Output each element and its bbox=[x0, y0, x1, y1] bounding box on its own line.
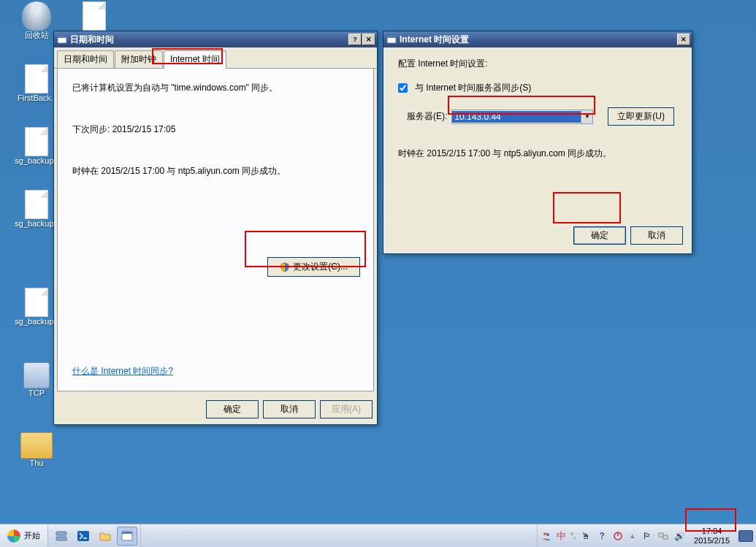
quick-launch bbox=[48, 524, 141, 547]
tray-volume-icon[interactable]: 🔊 bbox=[673, 530, 685, 542]
server-combobox[interactable]: 10.143.0.44 ▼ bbox=[451, 110, 593, 124]
update-now-button[interactable]: 立即更新(U) bbox=[608, 107, 674, 126]
apply-button[interactable]: 应用(A) bbox=[320, 400, 373, 418]
svg-rect-1 bbox=[58, 37, 66, 38]
tab-additional-clocks[interactable]: 附加时钟 bbox=[115, 50, 163, 68]
ime-punct[interactable]: °, bbox=[570, 532, 576, 540]
ql-server-manager[interactable] bbox=[51, 527, 72, 546]
file-icon bbox=[83, 1, 106, 31]
sync-status-text: 时钟在 2015/2/15 17:00 与 ntp5.aliyun.com 同步… bbox=[72, 165, 359, 177]
close-button[interactable]: ✕ bbox=[362, 34, 375, 45]
ql-explorer[interactable] bbox=[95, 527, 115, 546]
start-label: 开始 bbox=[24, 530, 40, 541]
window-title: 日期和时间 bbox=[70, 34, 348, 46]
svg-rect-5 bbox=[56, 537, 66, 540]
windows-logo-icon bbox=[7, 529, 20, 543]
dialog-button-row: 确定 取消 bbox=[383, 221, 692, 253]
file-icon bbox=[25, 127, 48, 156]
desktop-icon-folder[interactable]: Thu bbox=[10, 432, 63, 468]
close-button[interactable]: ✕ bbox=[677, 34, 690, 45]
ql-powershell[interactable] bbox=[73, 527, 93, 546]
internet-time-settings-window: Internet 时间设置 ✕ 配置 Internet 时间设置: 与 Inte… bbox=[383, 31, 692, 254]
clock-date: 2015/2/15 bbox=[694, 536, 730, 546]
start-button[interactable]: 开始 bbox=[0, 524, 48, 547]
svg-point-10 bbox=[546, 533, 549, 536]
change-settings-button[interactable]: 更改设置(C)... bbox=[267, 257, 360, 277]
folder-icon bbox=[99, 529, 112, 543]
help-button[interactable]: ? bbox=[348, 34, 362, 45]
recycle-bin-icon bbox=[22, 1, 51, 31]
sync-checkbox-row[interactable]: 与 Internet 时间服务器同步(S) bbox=[398, 82, 677, 94]
taskbar: 开始 中 °, 🖱 ? ▴ 🏳 🔊 17:04 2015/2/15 bbox=[0, 524, 756, 547]
chevron-down-icon[interactable]: ▼ bbox=[581, 110, 592, 123]
tab-body: 已将计算机设置为自动与 "time.windows.com" 同步。 下次同步:… bbox=[57, 69, 374, 391]
tray-expand-icon[interactable]: ▴ bbox=[628, 531, 637, 540]
server-row: 服务器(E): 10.143.0.44 ▼ 立即更新(U) bbox=[407, 107, 677, 126]
sync-status-text: 时钟在 2015/2/15 17:00 与 ntp5.aliyun.com 同步… bbox=[398, 148, 677, 160]
tray-mouse-icon[interactable]: 🖱 bbox=[580, 530, 592, 542]
powershell-icon bbox=[77, 529, 90, 543]
sync-info-text: 已将计算机设置为自动与 "time.windows.com" 同步。 bbox=[72, 82, 359, 94]
server-icon bbox=[55, 529, 68, 543]
folder-icon bbox=[20, 432, 53, 459]
sync-checkbox[interactable] bbox=[398, 83, 408, 93]
tab-row: 日期和时间 附加时钟 Internet 时间 bbox=[54, 47, 377, 69]
taskbar-clock[interactable]: 17:04 2015/2/15 bbox=[690, 525, 734, 547]
checkbox-label: 与 Internet 时间服务器同步(S) bbox=[415, 82, 531, 94]
svg-point-9 bbox=[543, 532, 546, 535]
icon-label: Thu bbox=[10, 459, 63, 468]
server-value[interactable]: 10.143.0.44 bbox=[452, 111, 581, 123]
cancel-button[interactable]: 取消 bbox=[630, 226, 683, 245]
svg-rect-14 bbox=[663, 535, 668, 539]
titlebar[interactable]: 日期和时间 ? ✕ bbox=[54, 31, 377, 47]
tray-power-icon[interactable] bbox=[612, 530, 624, 542]
ok-button[interactable]: 确定 bbox=[573, 226, 626, 245]
window-icon bbox=[57, 34, 67, 45]
ime-indicator[interactable]: 中 bbox=[557, 529, 566, 543]
clock-time: 17:04 bbox=[694, 527, 730, 536]
show-desktop-button[interactable] bbox=[738, 530, 753, 542]
tab-datetime[interactable]: 日期和时间 bbox=[57, 50, 114, 68]
tray-help-icon[interactable]: ? bbox=[596, 530, 608, 542]
file-icon bbox=[25, 288, 48, 317]
next-sync-text: 下次同步: 2015/2/15 17:05 bbox=[72, 123, 359, 136]
help-link[interactable]: 什么是 Internet 时间同步? bbox=[72, 365, 173, 378]
svg-rect-3 bbox=[387, 37, 396, 38]
system-tray: 中 °, 🖱 ? ▴ 🏳 🔊 17:04 2015/2/15 bbox=[537, 524, 756, 547]
dialog-button-row: 确定 取消 应用(A) bbox=[54, 394, 377, 424]
tab-internet-time[interactable]: Internet 时间 bbox=[164, 50, 226, 69]
date-time-window: 日期和时间 ? ✕ 日期和时间 附加时钟 Internet 时间 已将计算机设置… bbox=[53, 31, 378, 425]
tray-network-icon[interactable] bbox=[657, 530, 669, 542]
cancel-button[interactable]: 取消 bbox=[263, 400, 316, 418]
calendar-icon bbox=[121, 529, 134, 543]
app-icon bbox=[23, 362, 50, 389]
tray-users-icon[interactable] bbox=[541, 530, 552, 542]
tray-flag-icon[interactable]: 🏳 bbox=[641, 530, 653, 542]
dialog-body: 配置 Internet 时间设置: 与 Internet 时间服务器同步(S) … bbox=[383, 47, 692, 221]
taskbar-app-datetime[interactable] bbox=[117, 527, 137, 546]
window-title: Internet 时间设置 bbox=[400, 34, 676, 46]
svg-rect-4 bbox=[56, 532, 66, 535]
titlebar[interactable]: Internet 时间设置 ✕ bbox=[383, 31, 692, 47]
heading-text: 配置 Internet 时间设置: bbox=[398, 58, 677, 70]
svg-rect-13 bbox=[659, 533, 663, 537]
file-icon bbox=[25, 190, 48, 219]
svg-rect-8 bbox=[122, 532, 132, 534]
window-icon bbox=[386, 34, 397, 45]
shield-icon bbox=[280, 262, 290, 272]
server-label: 服务器(E): bbox=[407, 110, 447, 123]
ok-button[interactable]: 确定 bbox=[206, 400, 259, 418]
file-icon bbox=[25, 64, 48, 93]
